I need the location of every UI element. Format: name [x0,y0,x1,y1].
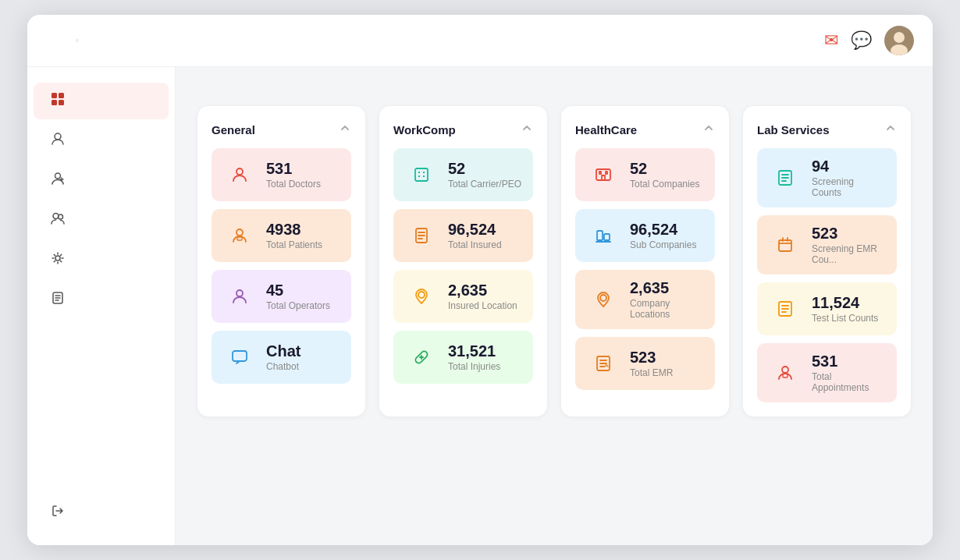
card-title-lab-services: Lab Services [757,123,830,136]
stat-number: 523 [812,225,886,242]
stat-icon [222,279,257,314]
card-collapse-workcomp[interactable] [521,122,533,137]
svg-rect-24 [604,234,610,240]
stat-number: 96,524 [448,221,502,238]
stat-tile[interactable]: 531Total Appointments [757,343,897,402]
stat-number: Chat [266,342,300,360]
svg-point-20 [418,292,425,298]
svg-point-7 [55,133,61,140]
card-collapse-lab-services[interactable] [884,122,897,137]
svg-rect-6 [59,100,64,105]
stat-icon [222,218,257,253]
svg-point-30 [782,367,788,373]
stat-tile[interactable]: 52Total Companies [575,148,715,201]
svg-rect-17 [233,351,247,361]
stat-info: 52Total Carrier/PEO [448,160,521,190]
svg-point-25 [600,295,606,301]
stat-number: 531 [266,160,321,177]
dashboard-cards: General531Total Doctors4938Total Patient… [197,106,911,416]
card-healthcare: HealthCare52Total Companies96,524Sub Com… [561,106,729,416]
stat-label: Total Injuries [448,361,500,372]
stat-number: 52 [448,160,521,177]
stat-label: Total EMR [630,367,673,378]
stat-tile[interactable]: 94Screening Counts [757,148,897,207]
stat-number: 45 [266,282,330,299]
stat-tile[interactable]: 52Total Carrier/PEO [393,148,533,201]
stat-info: 31,521Total Injuries [448,342,500,372]
stat-number: 531 [812,353,886,370]
sidebar-item-management[interactable] [34,242,169,278]
stat-label: Total Carrier/PEO [448,179,521,190]
sidebar-item-reports[interactable] [34,282,169,318]
chat-icon[interactable]: 💬 [851,30,872,51]
svg-point-13 [236,168,243,175]
stat-icon [768,356,802,390]
stat-number: 94 [812,158,886,175]
card-collapse-general[interactable] [339,122,351,137]
sidebar-item-patients[interactable] [34,162,169,199]
stat-tile[interactable]: 31,521Total Injuries [393,331,533,384]
stat-label: Total Appointments [812,371,886,393]
stat-tile[interactable]: 4938Total Patients [212,209,351,262]
stat-info: 523Total EMR [630,349,673,378]
stat-tile[interactable]: 2,635Company Locations [575,270,715,329]
stat-info: 52Total Companies [630,160,699,190]
stat-tile[interactable]: 531Total Doctors [212,148,351,201]
svg-rect-22 [596,169,610,180]
stat-tile[interactable]: 523Screening EMR Cou... [757,215,897,275]
stat-number: 52 [630,160,699,177]
stat-label: Sub Companies [630,239,696,250]
card-collapse-healthcare[interactable] [702,122,715,137]
stat-tile[interactable]: 45Total Operators [212,270,351,323]
card-general: General531Total Doctors4938Total Patient… [197,106,365,416]
stat-info: 4938Total Patients [266,221,322,250]
stat-info: 96,524Sub Companies [630,221,696,250]
doctors-icon [51,132,65,150]
stat-icon [586,158,620,192]
stat-tile[interactable]: 11,524Test List Counts [757,282,897,335]
svg-rect-4 [59,93,64,98]
card-title-general: General [212,123,255,136]
stat-label: Total Insured [448,239,502,250]
stat-tile[interactable]: ChatChatbot [212,331,351,384]
stat-icon [404,218,439,253]
stat-label: Screening EMR Cou... [812,243,886,265]
menu-button[interactable] [76,39,79,42]
svg-point-16 [236,290,243,296]
stat-number: 11,524 [812,294,878,311]
stat-icon [404,279,439,314]
stat-number: 2,635 [630,279,704,296]
stat-tile[interactable]: 523Total EMR [575,337,715,390]
stat-info: 531Total Doctors [266,160,321,190]
sidebar-item-operators[interactable] [34,202,169,239]
stat-number: 4938 [266,221,322,238]
stat-icon [404,340,439,374]
stat-number: 2,635 [448,282,517,299]
stat-label: Total Companies [630,179,699,190]
stat-info: 94Screening Counts [812,158,886,198]
stat-label: Insured Location [448,300,517,311]
avatar[interactable] [884,26,914,55]
stat-icon [404,158,439,192]
logout-icon [51,504,65,520]
mail-icon[interactable]: ✉ [824,30,838,51]
stat-tile[interactable]: 96,524Sub Companies [575,209,715,262]
main-content: General531Total Doctors4938Total Patient… [176,67,933,545]
stat-icon [768,161,802,195]
logout-button[interactable] [34,494,169,530]
main-layout: General531Total Doctors4938Total Patient… [27,67,933,545]
sidebar-item-doctors[interactable] [34,122,169,159]
svg-rect-3 [52,93,57,98]
stat-label: Total Patients [266,239,322,250]
svg-point-1 [894,32,905,43]
stat-info: ChatChatbot [266,342,300,372]
patients-icon [51,172,65,190]
sidebar-item-dashboard[interactable] [34,83,169,119]
stat-tile[interactable]: 96,524Total Insured [393,209,533,262]
stat-tile[interactable]: 2,635Insured Location [393,270,533,323]
stat-number: 96,524 [630,221,696,238]
svg-rect-18 [415,168,428,181]
svg-point-11 [55,256,60,261]
stat-info: 2,635Company Locations [630,279,704,320]
svg-point-14 [236,229,243,236]
